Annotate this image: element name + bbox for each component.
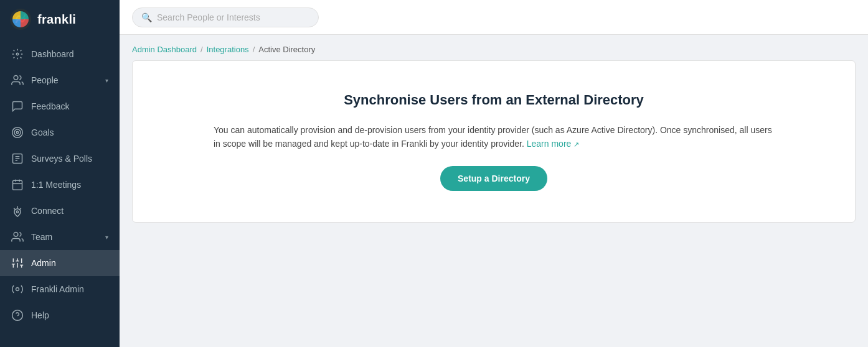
people-label: People	[31, 75, 98, 85]
frankli-logo-icon	[10, 9, 31, 30]
surveys-icon	[11, 152, 24, 165]
svg-point-4	[14, 129, 21, 136]
sidebar-navigation: Dashboard People ▾ Feedback Goals	[0, 39, 120, 347]
main-content: 🔍 Admin Dashboard / Integrations / Activ…	[120, 0, 868, 347]
sidebar-logo: frankli	[0, 0, 120, 39]
breadcrumb-admin-dashboard[interactable]: Admin Dashboard	[132, 45, 197, 54]
svg-point-11	[16, 211, 18, 213]
team-chevron: ▾	[105, 234, 108, 241]
sidebar-item-frankli-admin[interactable]: Frankli Admin	[0, 276, 120, 302]
breadcrumb-active-directory: Active Directory	[258, 45, 315, 54]
frankli-admin-label: Frankli Admin	[31, 284, 108, 294]
card-description-text: You can automatically provision and de-p…	[214, 125, 772, 149]
sidebar-item-feedback[interactable]: Feedback	[0, 93, 120, 119]
connect-label: Connect	[31, 206, 108, 216]
sidebar-item-dashboard[interactable]: Dashboard	[0, 41, 120, 67]
breadcrumb-sep-1: /	[200, 45, 203, 54]
svg-point-2	[14, 76, 18, 80]
search-box[interactable]: 🔍	[132, 7, 319, 27]
external-link-icon: ↗	[573, 141, 579, 148]
card-title: Synchronise Users from an External Direc…	[344, 92, 644, 108]
frankli-admin-icon	[11, 283, 24, 295]
admin-icon	[11, 257, 24, 269]
svg-rect-7	[13, 180, 22, 190]
surveys-label: Surveys & Polls	[31, 154, 108, 164]
topbar: 🔍	[120, 0, 868, 35]
people-icon	[11, 74, 24, 86]
sidebar-item-connect[interactable]: Connect	[0, 198, 120, 224]
team-icon	[11, 231, 24, 243]
dashboard-icon	[11, 48, 24, 60]
dashboard-label: Dashboard	[31, 49, 108, 59]
learn-more-link[interactable]: Learn more ↗	[527, 139, 579, 149]
sidebar-item-goals[interactable]: Goals	[0, 119, 120, 146]
team-label: Team	[31, 232, 98, 242]
sidebar-item-admin[interactable]: Admin	[0, 250, 120, 276]
sidebar-item-surveys[interactable]: Surveys & Polls	[0, 146, 120, 172]
search-icon: 🔍	[141, 12, 152, 22]
sync-card: Synchronise Users from an External Direc…	[132, 60, 856, 223]
sidebar-item-team[interactable]: Team ▾	[0, 224, 120, 250]
svg-point-12	[14, 233, 18, 237]
card-description: You can automatically provision and de-p…	[214, 123, 774, 151]
sidebar: frankli Dashboard People ▾ Feedback	[0, 0, 120, 347]
meetings-label: 1:1 Meetings	[31, 180, 108, 190]
svg-point-23	[12, 310, 23, 321]
sidebar-item-meetings[interactable]: 1:1 Meetings	[0, 172, 120, 198]
goals-icon	[11, 126, 24, 139]
breadcrumb-sep-2: /	[253, 45, 255, 54]
logo-text: frankli	[37, 12, 76, 27]
goals-label: Goals	[31, 127, 108, 137]
learn-more-label: Learn more	[527, 139, 572, 149]
breadcrumb: Admin Dashboard / Integrations / Active …	[120, 35, 868, 60]
content-area: Admin Dashboard / Integrations / Active …	[120, 35, 868, 347]
setup-directory-button[interactable]: Setup a Directory	[440, 166, 547, 191]
sidebar-item-people[interactable]: People ▾	[0, 67, 120, 93]
feedback-label: Feedback	[31, 101, 108, 111]
svg-point-22	[16, 288, 19, 291]
meetings-icon	[11, 178, 24, 191]
help-label: Help	[31, 310, 108, 320]
svg-point-3	[12, 127, 23, 138]
svg-point-5	[16, 131, 18, 133]
search-input[interactable]	[157, 12, 309, 22]
breadcrumb-integrations[interactable]: Integrations	[207, 45, 249, 54]
svg-point-1	[16, 53, 18, 55]
people-chevron: ▾	[105, 77, 108, 84]
help-icon	[11, 309, 24, 322]
sidebar-item-help[interactable]: Help	[0, 302, 120, 328]
admin-label: Admin	[31, 258, 108, 268]
connect-icon	[11, 205, 24, 217]
feedback-icon	[11, 100, 24, 113]
